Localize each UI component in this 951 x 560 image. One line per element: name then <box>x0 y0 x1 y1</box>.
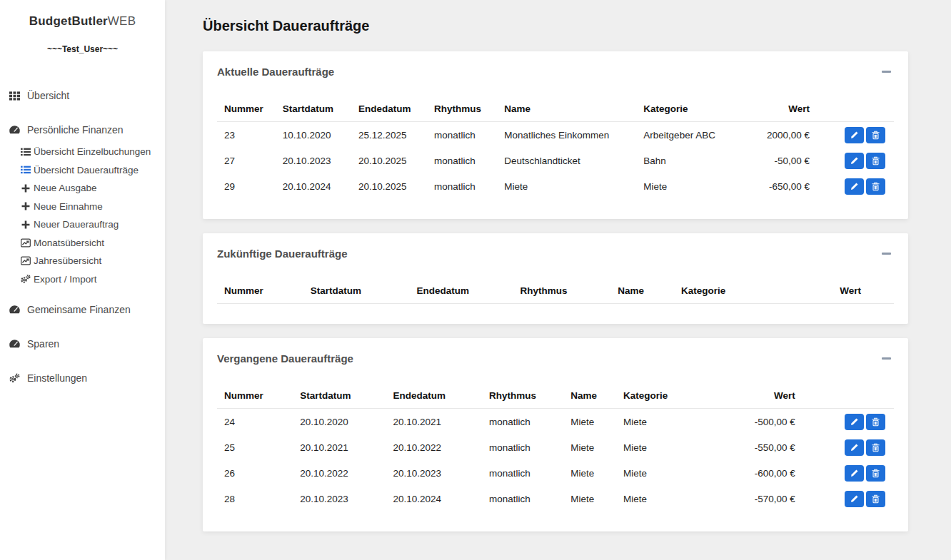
column-header-kategorie: Kategorie <box>616 384 703 409</box>
cell-name: Miete <box>497 173 636 199</box>
cell-name: Deutschlandticket <box>497 148 636 173</box>
row-actions <box>802 460 894 486</box>
edit-button[interactable] <box>845 127 864 143</box>
page-title: Übersicht Daueraufträge <box>203 17 908 34</box>
sidebar-item-label: Übersicht Daueraufträge <box>34 165 139 175</box>
cell-kategorie: Miete <box>616 434 703 460</box>
row-actions <box>817 122 894 148</box>
sidebar-item-label: Neue Einnahme <box>34 201 103 212</box>
cell-endedatum: 20.10.2025 <box>351 173 427 199</box>
cell-rhythmus: monatlich <box>427 122 497 148</box>
cell-kategorie: Arbeitgeber ABC <box>636 122 735 148</box>
cell-endedatum: 20.10.2025 <box>351 148 427 173</box>
row-actions <box>802 409 894 435</box>
cell-rhythmus: monatlich <box>427 173 497 199</box>
cell-endedatum: 20.10.2024 <box>386 486 482 511</box>
trash-icon <box>872 156 880 166</box>
sidebar-item-export-import[interactable]: Export / Import <box>0 270 165 289</box>
table-row: 2420.10.202020.10.2021monatlichMieteMiet… <box>217 409 894 435</box>
sidebar-item-label: Export / Import <box>34 274 97 285</box>
minus-icon[interactable] <box>882 357 891 360</box>
brand-suffix: WEB <box>108 14 136 28</box>
panel-title: Vergangene Daueraufträge <box>217 352 353 365</box>
cell-rhythmus: monatlich <box>427 148 497 173</box>
column-header-rhythmus: Rhythmus <box>513 279 610 304</box>
cell-nummer: 24 <box>217 409 293 435</box>
sidebar-item-uebersicht-dauerauftraege[interactable]: Übersicht Daueraufträge <box>0 161 165 180</box>
panel-title: Zukünftige Daueraufträge <box>217 248 348 260</box>
cell-endedatum: 20.10.2023 <box>386 460 482 486</box>
brand-name: BudgetButler <box>29 14 108 28</box>
sidebar-item-persoenliche-finanzen[interactable]: Persönliche Finanzen <box>0 117 165 143</box>
minus-icon[interactable] <box>882 253 891 255</box>
sidebar-item-jahresuebersicht[interactable]: Jahresübersicht <box>0 252 165 270</box>
sidebar-item-gemeinsame-finanzen[interactable]: Gemeinsame Finanzen <box>0 297 165 322</box>
edit-button[interactable] <box>845 491 864 507</box>
column-header-nummer: Nummer <box>217 97 276 122</box>
delete-button[interactable] <box>866 153 885 169</box>
delete-button[interactable] <box>866 439 885 456</box>
edit-button[interactable] <box>845 439 864 456</box>
sidebar-item-neue-ausgabe[interactable]: Neue Ausgabe <box>0 179 165 198</box>
cell-rhythmus: monatlich <box>482 409 563 435</box>
trash-icon <box>872 417 880 427</box>
cell-name: Miete <box>563 486 616 511</box>
sidebar-item-einstellungen[interactable]: Einstellungen <box>0 365 165 391</box>
pencil-icon <box>850 469 859 477</box>
sidebar-item-uebersicht-einzelbuchungen[interactable]: Übersicht Einzelbuchungen <box>0 143 165 161</box>
cell-name: Miete <box>563 460 616 486</box>
column-header-startdatum: Startdatum <box>293 384 386 409</box>
sidebar-item-sparen[interactable]: Sparen <box>0 331 165 357</box>
cell-kategorie: Miete <box>636 173 735 199</box>
trash-icon <box>872 182 880 191</box>
edit-button[interactable] <box>845 153 864 169</box>
cell-endedatum: 25.12.2025 <box>351 122 427 148</box>
edit-button[interactable] <box>845 465 864 482</box>
cell-startdatum: 20.10.2023 <box>293 486 386 511</box>
column-header-actions <box>817 97 894 122</box>
delete-button[interactable] <box>866 178 885 195</box>
sidebar-item-neuer-dauerauftrag[interactable]: Neuer Dauerauftrag <box>0 215 165 234</box>
column-header-name: Name <box>610 279 674 304</box>
cell-kategorie: Bahn <box>636 148 735 173</box>
cell-kategorie: Miete <box>616 486 703 511</box>
table-row: 2820.10.202320.10.2024monatlichMieteMiet… <box>217 486 894 511</box>
edit-button[interactable] <box>845 414 864 430</box>
delete-button[interactable] <box>866 491 885 507</box>
cell-wert: -500,00 € <box>703 409 802 435</box>
vergangene-dauerauftraege-table: NummerStartdatumEndedatumRhythmusNameKat… <box>217 384 894 511</box>
cell-kategorie: Miete <box>616 460 703 486</box>
delete-button[interactable] <box>866 127 885 143</box>
cell-startdatum: 20.10.2022 <box>293 460 386 486</box>
cell-wert: -570,00 € <box>703 486 802 511</box>
column-header-nummer: Nummer <box>217 384 293 409</box>
cell-wert: 2000,00 € <box>735 122 817 148</box>
cell-rhythmus: monatlich <box>482 434 563 460</box>
cell-startdatum: 20.10.2024 <box>276 173 351 199</box>
column-header-actions <box>802 384 894 409</box>
sidebar: BudgetButlerWEB ~~~Test_User~~~ Übersich… <box>0 0 165 560</box>
trash-icon <box>872 443 880 452</box>
panel-header: Aktuelle Daueraufträge <box>217 64 894 78</box>
plus-icon <box>20 220 31 229</box>
trash-icon <box>872 131 880 140</box>
cell-endedatum: 20.10.2021 <box>386 409 482 435</box>
table-header-row: NummerStartdatumEndedatumRhythmusNameKat… <box>217 384 894 409</box>
cell-nummer: 26 <box>217 460 293 486</box>
column-header-wert: Wert <box>735 97 817 122</box>
cell-wert: -50,00 € <box>735 148 817 173</box>
cell-startdatum: 20.10.2023 <box>276 148 351 173</box>
sidebar-item-label: Übersicht <box>27 90 69 101</box>
sidebar-item-uebersicht[interactable]: Übersicht <box>0 83 165 108</box>
panel-vergangene-dauerauftraege: Vergangene Daueraufträge NummerStartdatu… <box>203 338 908 531</box>
cell-wert: -650,00 € <box>735 173 817 199</box>
sidebar-item-monatsuebersicht[interactable]: Monatsübersicht <box>0 234 165 253</box>
sidebar-item-label: Einstellungen <box>27 372 87 384</box>
edit-button[interactable] <box>845 178 864 195</box>
panel-header: Vergangene Daueraufträge <box>217 351 894 365</box>
column-header-rhythmus: Rhythmus <box>427 97 497 122</box>
delete-button[interactable] <box>866 414 885 430</box>
sidebar-item-neue-einnahme[interactable]: Neue Einnahme <box>0 198 165 216</box>
minus-icon[interactable] <box>882 71 891 73</box>
delete-button[interactable] <box>866 465 885 482</box>
